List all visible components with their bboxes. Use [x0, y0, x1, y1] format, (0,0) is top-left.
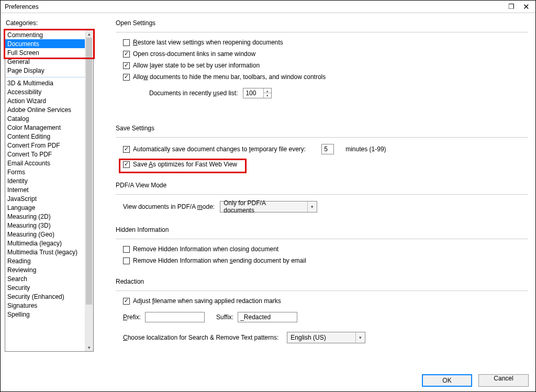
suffix-input[interactable] [238, 312, 297, 322]
category-item[interactable]: Full Screen [5, 48, 85, 57]
category-item[interactable]: General [5, 57, 85, 66]
adjust-filename-checkbox[interactable] [123, 298, 130, 305]
category-item[interactable]: Signatures [5, 301, 85, 310]
window-title: Preferences [3, 3, 39, 10]
category-item[interactable]: Color Management [5, 123, 85, 132]
title-bar: Preferences ❐ ✕ [1, 1, 535, 13]
remove-hidden-close-checkbox[interactable] [123, 246, 130, 253]
pdfa-mode-dropdown[interactable]: Only for PDF/A documents ▾ [220, 201, 317, 212]
category-item[interactable]: Spelling [5, 310, 85, 319]
localization-value: English (US) [287, 334, 329, 341]
section-hidden-info: Hidden Information [116, 226, 528, 233]
prefix-label: Prefix: [123, 313, 141, 321]
recently-used-stepper[interactable]: ▴▾ [243, 88, 272, 98]
suffix-label: Suffix: [216, 313, 233, 321]
categories-list[interactable]: Commenting Documents Full Screen General… [5, 30, 85, 351]
chevron-down-icon: ▾ [355, 332, 365, 343]
categories-panel: Categories: Commenting Documents Full Sc… [5, 19, 102, 372]
recently-used-input[interactable] [243, 88, 263, 98]
remove-hidden-send-checkbox[interactable] [123, 257, 130, 264]
category-item[interactable]: Action Wizard [5, 96, 85, 105]
category-item[interactable]: Security (Enhanced) [5, 292, 85, 301]
category-item[interactable]: Security [5, 283, 85, 292]
autosave-label: Automatically save document changes to t… [133, 145, 306, 153]
category-item[interactable]: Convert From PDF [5, 141, 85, 150]
category-item[interactable]: Measuring (2D) [5, 212, 85, 221]
settings-panel: Open Settings Restore last view settings… [102, 19, 531, 372]
layer-state-label: Allow layer state to be set by user info… [133, 62, 260, 69]
category-item[interactable]: Catalog [5, 114, 85, 123]
layer-state-checkbox[interactable] [123, 62, 130, 69]
categories-label: Categories: [6, 19, 102, 27]
section-pdfa: PDF/A View Mode [116, 182, 528, 189]
category-item[interactable]: Reading [5, 256, 85, 265]
category-item[interactable]: Convert To PDF [5, 150, 85, 159]
stepper-down-icon[interactable]: ▾ [264, 93, 271, 98]
category-item[interactable]: Accessibility [5, 87, 85, 96]
category-item[interactable]: Adobe Online Services [5, 105, 85, 114]
categories-scrollbar[interactable]: ▴ ▾ [85, 30, 93, 351]
category-item[interactable]: Email Accounts [5, 159, 85, 167]
scroll-down-icon[interactable]: ▾ [85, 344, 93, 351]
restore-last-view-label: Restore last view settings when reopenin… [133, 39, 283, 46]
category-item[interactable]: Search [5, 274, 85, 283]
category-item[interactable]: Content Editing [5, 132, 85, 141]
section-save-settings: Save Settings [116, 125, 528, 132]
recently-used-label: Documents in recently used list: [149, 89, 238, 97]
category-item[interactable]: JavaScript [5, 194, 85, 203]
pdfa-mode-value: Only for PDF/A documents [220, 199, 301, 214]
cross-doc-links-checkbox[interactable] [123, 51, 130, 58]
scroll-thumb[interactable] [86, 38, 92, 305]
ok-button[interactable]: OK [422, 374, 472, 387]
category-item[interactable]: Commenting [5, 30, 85, 39]
autosave-units-label: minutes (1-99) [345, 145, 386, 153]
remove-hidden-send-label: Remove Hidden Information when sending d… [133, 257, 306, 264]
scroll-up-icon[interactable]: ▴ [85, 30, 93, 38]
fast-web-view-label: Save As optimizes for Fast Web View [133, 161, 237, 168]
autosave-minutes-input[interactable] [322, 144, 333, 154]
adjust-filename-label: Adjust filename when saving applied reda… [133, 297, 281, 305]
prefix-input[interactable] [146, 312, 204, 322]
cross-doc-links-label: Open cross-document links in same window [133, 50, 255, 58]
category-item[interactable]: Language [5, 203, 85, 212]
remove-hidden-close-label: Remove Hidden Information when closing d… [133, 245, 278, 253]
category-item[interactable]: Identity [5, 176, 85, 185]
category-item[interactable]: Measuring (3D) [5, 221, 85, 230]
fast-web-view-checkbox[interactable] [123, 161, 130, 168]
cancel-button[interactable]: Cancel [478, 374, 529, 387]
localization-dropdown[interactable]: English (US) ▾ [287, 332, 365, 343]
autosave-checkbox[interactable] [123, 146, 130, 153]
category-item[interactable]: Multimedia (legacy) [5, 239, 85, 248]
stepper-up-icon[interactable]: ▴ [264, 88, 271, 93]
category-item[interactable]: Forms [5, 167, 85, 176]
category-item[interactable]: Reviewing [5, 265, 85, 274]
hide-menu-label: Allow documents to hide the menu bar, to… [133, 73, 326, 81]
localization-label: Choose localization for Search & Remove … [123, 334, 278, 341]
section-open-settings: Open Settings [116, 19, 528, 27]
restore-icon[interactable]: ❐ [504, 3, 519, 10]
chevron-down-icon: ▾ [307, 201, 317, 212]
section-redaction: Redaction [116, 278, 528, 285]
category-item[interactable]: 3D & Multimedia [5, 79, 85, 87]
close-icon[interactable]: ✕ [519, 2, 533, 12]
restore-last-view-checkbox[interactable] [123, 39, 130, 46]
category-item[interactable]: Measuring (Geo) [5, 230, 85, 239]
category-item[interactable]: Multimedia Trust (legacy) [5, 248, 85, 256]
category-item[interactable]: Documents [5, 39, 85, 48]
hide-menu-checkbox[interactable] [123, 74, 130, 81]
category-item[interactable]: Internet [5, 185, 85, 194]
pdfa-mode-label: View documents in PDF/A mode: [123, 203, 215, 210]
category-item[interactable]: Page Display [5, 66, 85, 75]
